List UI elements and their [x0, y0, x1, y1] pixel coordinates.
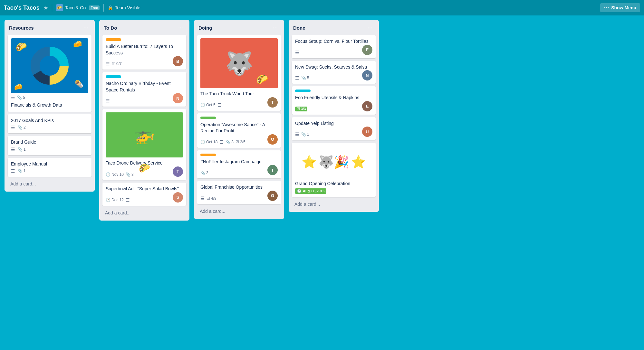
- checklist-icon-awesome: ☑: [235, 140, 239, 144]
- card-grand-opening[interactable]: ⭐ 🐺🎉 ⭐ Grand Opening Celebration 🕐 Aug 1…: [292, 143, 376, 197]
- description-icon-tour: ☰: [217, 102, 222, 108]
- card-meta-employee: ☰ 📎 1: [11, 168, 88, 174]
- paperclip-icon-employee: 📎: [18, 169, 23, 173]
- stars-image: ⭐ 🐺🎉 ⭐: [295, 146, 372, 178]
- card-drone[interactable]: 🚁 🌮 Taco Drone Delivery Service 🕐 Nov 10…: [102, 109, 186, 180]
- description-icon: ☰: [11, 95, 15, 100]
- meta-left-drone: 🕐 Nov 10 📎 3: [106, 172, 134, 177]
- label-green-awesome: [200, 117, 216, 119]
- board-title[interactable]: Taco's Tacos: [4, 5, 40, 11]
- column-title-doing: Doing: [198, 25, 212, 31]
- checklist-done-eco: ☑ 3/3: [295, 107, 307, 111]
- add-card-todo[interactable]: Add a card...: [102, 208, 186, 217]
- card-employee[interactable]: Employee Manual ☰ 📎 1: [8, 158, 91, 177]
- card-title-drone: Taco Drone Delivery Service: [106, 160, 163, 166]
- date-awesome: 🕐 Oct 18: [200, 140, 217, 144]
- header-divider: [52, 4, 52, 12]
- card-instagram[interactable]: #NoFiller Instagram Campaign 📎 3 I: [197, 150, 281, 179]
- show-menu-button[interactable]: ··· Show Menu: [600, 3, 640, 12]
- attachment-instagram: 📎 3: [200, 171, 208, 175]
- header-right: ··· Show Menu: [600, 3, 640, 12]
- wolf-party-icon: 🐺🎉: [319, 155, 349, 169]
- meta-left-taco-tour: 🕐 Oct 5 ☰: [200, 102, 222, 108]
- column-header-doing: Doing ···: [197, 23, 281, 33]
- meta-left-nacho: ☰: [106, 98, 110, 103]
- add-card-doing[interactable]: Add a card...: [197, 207, 281, 216]
- column-menu-button-resources[interactable]: ···: [82, 24, 90, 32]
- card-swag[interactable]: New Swag: Socks, Scarves & Salsa ☰ 📎 5 N: [292, 61, 376, 84]
- description-icon-swag: ☰: [295, 75, 299, 80]
- avatar-drone: T: [173, 166, 183, 177]
- card-goals[interactable]: 2017 Goals And KPIs ☰ 📎 2: [8, 114, 91, 134]
- dots-icon: ···: [604, 5, 609, 11]
- svg-point-4: [40, 56, 59, 75]
- paperclip-icon-instagram: 📎: [200, 171, 205, 175]
- add-card-done[interactable]: Add a card...: [292, 200, 376, 209]
- clock-icon-drone: 🕐: [106, 172, 111, 177]
- donut-chart: 🌮 🧀 🧀 🌯: [11, 38, 88, 93]
- column-header-resources: Resources ···: [8, 23, 91, 33]
- card-title-eco: Eco Friendly Utensils & Napkins: [295, 95, 359, 100]
- card-row-yelp: ☰ 📎 1 U: [295, 127, 372, 137]
- card-focus-group[interactable]: Focus Group: Corn vs. Flour Tortillas ☰ …: [292, 35, 376, 58]
- attachment-employee: 📎 1: [18, 169, 26, 173]
- card-row-superbowl: 🕐 Dec 12 ☰ S: [106, 192, 183, 203]
- wolf-image: 🐺 🌮: [200, 38, 278, 88]
- card-brand[interactable]: Brand Guide ☰ 📎 1: [8, 136, 91, 155]
- column-doing: Doing ··· 🐺 🌮 The Taco Truck World Tour …: [194, 20, 284, 219]
- card-meta-left: ☰ 📎 5: [11, 95, 25, 100]
- workspace-link[interactable]: 🌮 Taco & Co. Free: [56, 4, 100, 11]
- card-taco-tour[interactable]: 🐺 🌮 The Taco Truck World Tour 🕐 Oct 5 ☰ …: [197, 35, 281, 111]
- paperclip-icon: 📎: [17, 95, 22, 100]
- workspace-name: Taco & Co.: [65, 5, 87, 10]
- card-meta-brand: ☰ 📎 1: [11, 147, 88, 152]
- date-drone: 🕐 Nov 10: [106, 172, 124, 177]
- card-title-yelp: Update Yelp Listing: [295, 121, 334, 126]
- paperclip-icon-awesome: 📎: [226, 140, 230, 144]
- card-row-instagram: 📎 3 I: [200, 165, 278, 175]
- star-left: ⭐: [302, 155, 317, 169]
- meta-left-swag: ☰ 📎 5: [295, 75, 309, 80]
- add-card-resources[interactable]: Add a card...: [8, 179, 91, 188]
- column-menu-button-todo[interactable]: ···: [176, 24, 185, 32]
- paperclip-icon-goals: 📎: [18, 125, 23, 130]
- card-row-nacho: ☰ N: [106, 93, 183, 103]
- visibility-label: Team Visible: [115, 5, 140, 10]
- card-title-instagram: #NoFiller Instagram Campaign: [200, 159, 262, 164]
- avatar-eco: E: [362, 101, 372, 111]
- checklist-burrito: ☑ 0/7: [112, 61, 122, 66]
- meta-left-burrito: ☰ ☑ 0/7: [106, 61, 122, 66]
- column-menu-button-done[interactable]: ···: [366, 24, 374, 32]
- label-orange-instagram: [200, 154, 216, 156]
- visibility-toggle[interactable]: 🔒 Team Visible: [108, 5, 140, 10]
- card-title-financials: Financials & Growth Data: [11, 102, 62, 108]
- paperclip-icon-yelp: 📎: [301, 132, 306, 137]
- card-nacho[interactable]: Nacho Ordinary Birthday - Event Space Re…: [102, 72, 186, 107]
- avatar-yelp: U: [362, 127, 372, 137]
- show-menu-label: Show Menu: [611, 5, 636, 10]
- date-taco-tour: 🕐 Oct 5: [200, 103, 216, 107]
- card-title-superbowl: Superbowl Ad - "Super Salad Bowls": [106, 186, 179, 191]
- card-superbowl[interactable]: Superbowl Ad - "Super Salad Bowls" 🕐 Dec…: [102, 183, 186, 206]
- card-burrito[interactable]: Build A Better Burrito: 7 Layers To Succ…: [102, 35, 186, 70]
- lock-icon: 🔒: [108, 5, 113, 10]
- attachment-drone: 📎 3: [126, 172, 134, 177]
- card-yelp[interactable]: Update Yelp Listing ☰ 📎 1 U: [292, 117, 376, 140]
- column-header-todo: To Do ···: [102, 23, 186, 33]
- date-badge-grand: 🕐 Aug 11, 2016: [295, 188, 326, 194]
- header-divider-2: [103, 4, 104, 12]
- card-awesome-sauce[interactable]: Operation "Awesome Sauce" - A Recipe For…: [197, 113, 281, 148]
- meta-left-focus: ☰: [295, 50, 299, 55]
- card-franchise[interactable]: Global Franchise Opportunities ☰ ☑ 4/9 G: [197, 181, 281, 204]
- description-icon-employee: ☰: [11, 168, 15, 174]
- drone-image: 🚁 🌮: [106, 112, 183, 157]
- card-eco[interactable]: Eco Friendly Utensils & Napkins ☑ 3/3 E: [292, 86, 376, 115]
- column-menu-button-doing[interactable]: ···: [271, 24, 280, 32]
- card-financials[interactable]: 🌮 🧀 🧀 🌯 ☰ 📎 5 Financials & Growth Data: [8, 35, 91, 112]
- card-row-franchise: ☰ ☑ 4/9 G: [200, 191, 278, 201]
- card-title-goals: 2017 Goals And KPIs: [11, 118, 54, 123]
- column-resources: Resources ··· 🌮 🧀 �: [5, 20, 95, 192]
- card-meta-goals: ☰ 📎 2: [11, 125, 88, 130]
- column-done: Done ··· Focus Group: Corn vs. Flour Tor…: [289, 20, 379, 212]
- star-icon[interactable]: ★: [43, 5, 48, 11]
